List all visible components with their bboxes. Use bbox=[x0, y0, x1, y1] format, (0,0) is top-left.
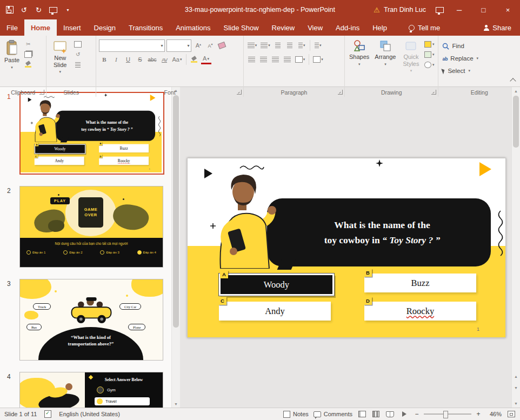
select-button[interactable]: Select bbox=[442, 65, 478, 76]
slide-thumbnail-3[interactable]: 3 Truck City Car Bus bbox=[19, 279, 163, 361]
start-slideshow-button[interactable] bbox=[46, 2, 61, 17]
current-slide[interactable]: What is the name of the toy cowboy in “ … bbox=[187, 158, 506, 338]
section-button[interactable] bbox=[73, 61, 83, 69]
scrollbar-thumb[interactable] bbox=[513, 96, 519, 148]
ribbon-display-options-button[interactable] bbox=[432, 2, 447, 17]
answer-d[interactable]: DRoocky bbox=[99, 157, 149, 165]
shape-effects-button[interactable] bbox=[424, 61, 434, 69]
italic-button[interactable]: I bbox=[111, 54, 121, 65]
paste-button[interactable]: Paste bbox=[2, 37, 22, 70]
align-center-button[interactable] bbox=[258, 54, 269, 65]
align-right-button[interactable] bbox=[270, 54, 281, 65]
increase-indent-button[interactable] bbox=[285, 40, 295, 51]
find-button[interactable]: Find bbox=[442, 41, 478, 51]
answer-c[interactable]: CAndy bbox=[35, 157, 84, 165]
close-button[interactable]: × bbox=[496, 0, 520, 19]
tab-home[interactable]: Home bbox=[24, 19, 57, 36]
comments-toggle[interactable]: Comments bbox=[314, 411, 352, 417]
reset-slide-button[interactable]: ↺ bbox=[73, 50, 83, 58]
editor-scrollbar[interactable]: ▲ ▲ ▼ ▼ bbox=[511, 86, 520, 408]
convert-smartart-button[interactable] bbox=[312, 54, 324, 65]
format-painter-button[interactable] bbox=[23, 61, 33, 69]
strikethrough-button[interactable]: S bbox=[135, 54, 145, 65]
arrange-button[interactable]: Arrange bbox=[372, 37, 398, 66]
align-left-button[interactable] bbox=[246, 54, 257, 65]
man-illustration[interactable] bbox=[202, 171, 284, 269]
character-spacing-button[interactable]: AV bbox=[159, 54, 170, 65]
decrease-indent-button[interactable] bbox=[273, 40, 283, 51]
zoom-slider[interactable] bbox=[424, 414, 471, 415]
previous-slide-button[interactable]: ▲ bbox=[512, 372, 520, 381]
scrollbar-thumb[interactable] bbox=[173, 95, 179, 328]
columns-button[interactable] bbox=[294, 54, 306, 65]
slide-canvas[interactable]: What is the name of the toy cowboy in “ … bbox=[188, 158, 505, 337]
answer-a[interactable]: AWoody bbox=[35, 144, 86, 154]
scroll-down-button[interactable]: ▼ bbox=[172, 400, 180, 408]
drawing-dialog-launcher[interactable] bbox=[431, 90, 436, 95]
paragraph-dialog-launcher[interactable] bbox=[338, 90, 343, 95]
clipboard-dialog-launcher[interactable] bbox=[39, 90, 44, 95]
tab-slide-show[interactable]: Slide Show bbox=[217, 19, 265, 36]
shape-outline-button[interactable] bbox=[424, 50, 434, 58]
slide-thumbnail-1[interactable]: 1 bbox=[19, 92, 163, 175]
text-shadow-button[interactable]: abc bbox=[146, 54, 157, 65]
tab-insert[interactable]: Insert bbox=[57, 19, 88, 36]
tab-transitions[interactable]: Transitions bbox=[122, 19, 169, 36]
numbering-button[interactable] bbox=[259, 40, 271, 51]
save-button[interactable] bbox=[2, 2, 17, 17]
font-dialog-launcher[interactable] bbox=[237, 90, 242, 95]
tab-review[interactable]: Review bbox=[265, 19, 302, 36]
slide-editor-area[interactable]: What is the name of the toy cowboy in “ … bbox=[180, 86, 512, 408]
slideshow-view-button[interactable] bbox=[399, 410, 409, 418]
reading-view-button[interactable] bbox=[385, 410, 395, 418]
tab-add-ins[interactable]: Add-ins bbox=[329, 19, 366, 36]
line-spacing-button[interactable] bbox=[297, 40, 307, 51]
answer-a[interactable]: AWoody bbox=[219, 274, 334, 296]
fit-slide-button[interactable] bbox=[506, 410, 516, 418]
notes-toggle[interactable]: Notes bbox=[283, 411, 309, 418]
scroll-down-button[interactable]: ▼ bbox=[512, 399, 520, 408]
maximize-button[interactable]: □ bbox=[471, 0, 496, 19]
change-case-button[interactable]: Aa bbox=[171, 54, 183, 65]
zoom-out-button[interactable]: − bbox=[414, 410, 420, 418]
quick-styles-button[interactable]: Quick Styles bbox=[398, 37, 423, 73]
customize-qat-button[interactable]: ▾ bbox=[61, 2, 75, 17]
tab-help[interactable]: Help bbox=[366, 19, 394, 36]
tab-file[interactable]: File bbox=[0, 19, 24, 36]
shape-fill-button[interactable] bbox=[424, 40, 434, 48]
bullets-button[interactable] bbox=[246, 40, 258, 51]
tab-design[interactable]: Design bbox=[88, 19, 122, 36]
replace-button[interactable]: Replace bbox=[442, 53, 478, 64]
underline-button[interactable]: U bbox=[123, 54, 133, 65]
slide-counter[interactable]: Slide 1 of 11 bbox=[4, 411, 37, 417]
language-indicator[interactable]: English (United States) bbox=[59, 411, 120, 417]
answer-d[interactable]: DRoocky bbox=[364, 302, 476, 321]
slide-sorter-button[interactable] bbox=[371, 410, 381, 418]
shapes-button[interactable]: Shapes bbox=[346, 37, 372, 66]
answer-b[interactable]: BBuzz bbox=[364, 274, 476, 292]
new-slide-button[interactable]: New Slide bbox=[48, 37, 72, 74]
clear-formatting-button[interactable] bbox=[217, 40, 227, 51]
share-button[interactable]: Share bbox=[475, 19, 520, 36]
text-direction-button[interactable] bbox=[313, 40, 323, 51]
undo-button[interactable]: ↺ bbox=[17, 2, 31, 17]
redo-button[interactable]: ↻ bbox=[31, 2, 46, 17]
minimize-button[interactable]: ─ bbox=[447, 0, 471, 19]
shrink-font-button[interactable] bbox=[205, 40, 215, 51]
zoom-percentage[interactable]: 46% bbox=[486, 411, 502, 417]
zoom-in-button[interactable]: + bbox=[475, 410, 482, 418]
tab-view[interactable]: View bbox=[301, 19, 329, 36]
thumbnail-scrollbar[interactable]: ▲ ▼ bbox=[171, 86, 180, 408]
grow-font-button[interactable] bbox=[193, 40, 203, 51]
answer-b[interactable]: BBuzz bbox=[99, 144, 149, 153]
spellcheck-icon[interactable] bbox=[44, 410, 51, 418]
next-slide-button[interactable]: ▼ bbox=[512, 383, 520, 392]
copy-button[interactable] bbox=[23, 50, 33, 58]
tab-animations[interactable]: Animations bbox=[169, 19, 217, 36]
font-color-button[interactable]: A bbox=[201, 55, 211, 64]
bold-button[interactable]: B bbox=[99, 54, 109, 65]
cut-button[interactable]: ✂ bbox=[23, 40, 33, 48]
zoom-slider-handle[interactable] bbox=[443, 411, 448, 418]
font-name-combo[interactable] bbox=[99, 39, 165, 52]
highlight-color-button[interactable] bbox=[189, 54, 199, 65]
